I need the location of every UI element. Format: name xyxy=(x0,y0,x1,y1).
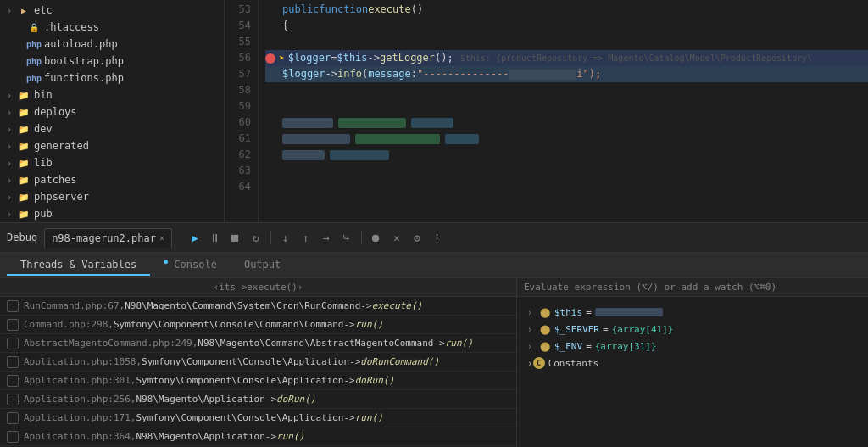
var-item-constants[interactable]: › C Constants xyxy=(524,355,861,372)
php-icon: php xyxy=(27,54,41,68)
tree-item-phpserver[interactable]: › 📁 phpserver xyxy=(0,188,224,205)
folder-icon: 📁 xyxy=(17,207,31,221)
expand-icon: › xyxy=(527,342,539,351)
toolbar-pause-btn[interactable]: ⏸ xyxy=(206,228,225,247)
stack-method-0: execute() xyxy=(372,300,423,311)
debug-header: Debug n98-magerun2.phar ✕ ▶ ⏸ ⏹ ↻ ↓ ↑ → … xyxy=(0,223,868,253)
code-line-55 xyxy=(265,34,868,50)
var-eq-server: = xyxy=(603,324,609,335)
toolbar-more-btn[interactable]: ⋮ xyxy=(428,228,447,247)
tree-item-bootstrap[interactable]: php bootstrap.php xyxy=(0,53,224,70)
tab-threads-variables[interactable]: Threads & Variables xyxy=(7,255,150,276)
stack-item-2[interactable]: AbstractMagentoCommand.php:249, N98\Mage… xyxy=(0,334,516,353)
var-item-this[interactable]: › ⬤ $this = xyxy=(524,304,861,321)
code-line-53: public function execute () xyxy=(265,2,868,18)
stack-class-1: Symfony\Component\Console\Command\Comman… xyxy=(114,319,355,330)
debug-content: ‹its->execute()› RunCommand.php:67, N98\… xyxy=(0,278,868,447)
tree-item-lib[interactable]: › 📁 lib xyxy=(0,154,224,171)
arrow-op: -> xyxy=(368,50,380,66)
line-num-57: 57 xyxy=(225,66,251,82)
stack-class-7: N98\Magento\Application-> xyxy=(136,431,276,442)
toolbar-restart-btn[interactable]: ↻ xyxy=(247,228,265,247)
arrow-op2: -> xyxy=(326,66,337,82)
tree-item-dev[interactable]: › 📁 dev xyxy=(0,120,224,137)
line-num-56: 56 xyxy=(225,50,251,66)
code-line-64 xyxy=(265,179,868,195)
stack-file-2: AbstractMagentoCommand.php:249, xyxy=(24,338,198,349)
stack-item-0[interactable]: RunCommand.php:67, N98\Magento\Command\S… xyxy=(0,297,516,316)
tree-item-pub[interactable]: › 📁 pub xyxy=(0,205,224,222)
var-val-server: {array[41]} xyxy=(612,324,674,335)
stack-item-5[interactable]: Application.php:256, N98\Magento\Applica… xyxy=(0,390,516,409)
stack-class-5: N98\Magento\Application-> xyxy=(136,394,276,405)
debug-file-tab[interactable]: n98-magerun2.phar ✕ xyxy=(44,228,172,248)
param-message: message xyxy=(368,66,411,82)
debug-label: Debug xyxy=(7,232,37,243)
toolbar-close-btn[interactable]: ✕ xyxy=(387,228,406,247)
stack-class-2: N98\Magento\Command\AbstractMagentoComma… xyxy=(198,338,444,349)
stack-class-6: Symfony\Component\Console\Application-> xyxy=(136,412,354,423)
str-dashes: "-------------- xyxy=(417,66,509,82)
folder-icon: 📁 xyxy=(17,88,31,102)
chevron-icon: › xyxy=(7,210,17,219)
tree-item-autoload[interactable]: php autoload.php xyxy=(0,36,224,53)
chevron-icon: › xyxy=(7,159,17,168)
tree-item-bin[interactable]: › 📁 bin xyxy=(0,87,224,103)
tree-label: generated xyxy=(34,140,89,152)
toolbar-run-to-btn[interactable]: ⤷ xyxy=(337,228,356,247)
toolbar-record-btn[interactable]: ⏺ xyxy=(367,228,386,247)
folder-icon: 📁 xyxy=(17,122,31,136)
stack-class-0: N98\Magento\Command\System\Cron\RunComma… xyxy=(125,300,371,311)
close-tab-icon[interactable]: ✕ xyxy=(159,233,164,243)
blurred-str xyxy=(509,70,576,80)
line-num-64: 64 xyxy=(225,179,251,195)
stack-item-3[interactable]: Application.php:1058, Symfony\Component\… xyxy=(0,353,516,372)
var-val-env: {array[31]} xyxy=(595,341,657,352)
tree-item-deploys[interactable]: › 📁 deploys xyxy=(0,103,224,120)
tab-console[interactable]: ● Console xyxy=(150,254,231,276)
toolbar-step-over-btn[interactable]: ↓ xyxy=(276,228,295,247)
php-icon: php xyxy=(27,37,41,51)
keyword-public: public xyxy=(282,2,319,18)
chevron-icon: › xyxy=(7,193,17,202)
stack-method-2: run() xyxy=(445,338,473,349)
stack-item-4[interactable]: Application.php:301, Symfony\Component\C… xyxy=(0,372,516,390)
tree-item-patches[interactable]: › 📁 patches xyxy=(0,171,224,188)
var-type-icon: ⬤ xyxy=(539,340,551,352)
toolbar-resume-btn[interactable]: ▶ xyxy=(186,228,204,247)
tree-label: autoload.php xyxy=(44,38,118,50)
tree-item-functions[interactable]: php functions.php xyxy=(0,70,224,87)
folder-icon: 📁 xyxy=(17,173,31,187)
var-item-server[interactable]: › ⬤ $_SERVER = {array[41]} xyxy=(524,321,861,338)
tab-label: Output xyxy=(244,259,281,271)
var-logger2: $logger xyxy=(282,66,326,82)
tree-item-htaccess[interactable]: 🔒 .htaccess xyxy=(0,19,224,36)
evaluate-hint: Evaluate expression (⌥/) or add a watch … xyxy=(517,278,868,297)
var-item-env[interactable]: › ⬤ $_ENV = {array[31]} xyxy=(524,338,861,355)
paren-open: () xyxy=(411,2,423,18)
line-num-58: 58 xyxy=(225,82,251,98)
var-name-this: $this xyxy=(554,307,582,318)
folder-icon: 📁 xyxy=(17,156,31,170)
blurred-line60b xyxy=(338,118,406,128)
toolbar-step-out-btn[interactable]: → xyxy=(317,228,336,247)
line-num-55: 55 xyxy=(225,34,251,50)
stack-method-6: run() xyxy=(355,412,383,423)
tree-item-generated[interactable]: › 📁 generated xyxy=(0,137,224,154)
stack-file-4: Application.php:301, xyxy=(24,375,136,386)
stack-header: ‹its->execute()› xyxy=(0,278,516,297)
toolbar-stop-btn[interactable]: ⏹ xyxy=(226,228,245,247)
toolbar-step-into-btn[interactable]: ↑ xyxy=(297,228,315,247)
line-num-60: 60 xyxy=(225,115,251,131)
stack-item-7[interactable]: Application.php:364, N98\Magento\Applica… xyxy=(0,427,516,446)
stack-file-6: Application.php:171, xyxy=(24,412,136,423)
stack-item-1[interactable]: Command.php:298, Symfony\Component\Conso… xyxy=(0,316,516,334)
stack-item-6[interactable]: Application.php:171, Symfony\Component\C… xyxy=(0,409,516,427)
expand-icon: › xyxy=(527,325,539,334)
var-eq-env: = xyxy=(586,341,592,352)
tree-item-etc[interactable]: › ▶ etc xyxy=(0,2,224,19)
tab-output[interactable]: Output xyxy=(231,255,294,276)
toolbar-settings-btn[interactable]: ⚙ xyxy=(408,228,426,247)
code-line-60 xyxy=(265,115,868,131)
blurred-line62b xyxy=(330,150,389,160)
